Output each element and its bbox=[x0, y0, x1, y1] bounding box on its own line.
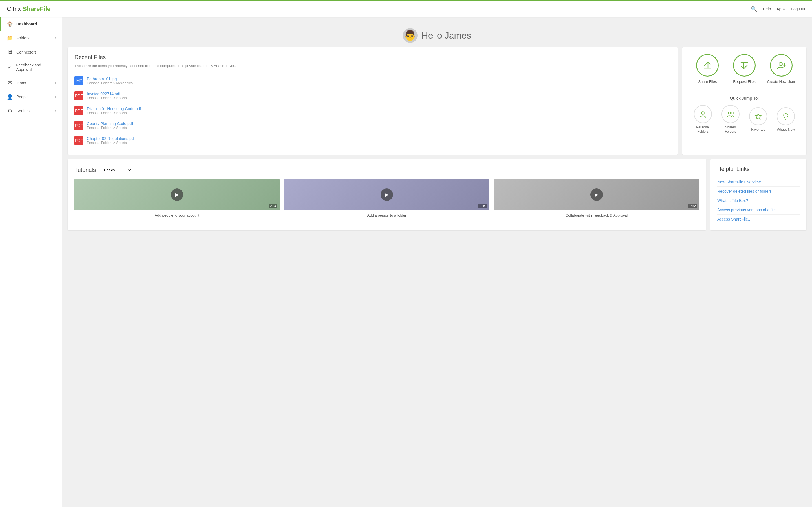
tutorial-thumbnail-2: ▶ 2:15 bbox=[284, 179, 490, 210]
file-path-1: Personal Folders > Mechanical bbox=[87, 81, 133, 85]
file-name-1: Bathroom_01.jpg bbox=[87, 76, 133, 81]
tutorial-label-1: Add people to your account bbox=[155, 213, 199, 218]
jump-favorites-label: Favorites bbox=[751, 128, 765, 132]
play-icon-1: ▶ bbox=[171, 188, 183, 201]
tutorial-item-2[interactable]: ▶ 2:15 Add a person to a folder bbox=[284, 179, 490, 218]
sidebar-item-folders[interactable]: 📁 Folders › bbox=[0, 31, 62, 45]
layout: 🏠 Dashboard 📁 Folders › 🖥 Connectors ✓ F… bbox=[0, 17, 812, 507]
sidebar-label-people: People bbox=[16, 95, 29, 99]
settings-icon: ⚙ bbox=[7, 108, 13, 114]
file-name-3: Division 01 Houseing Code.pdf bbox=[87, 107, 141, 111]
file-item-2[interactable]: PDF Invoice 022714.pdf Personal Folders … bbox=[74, 89, 671, 103]
file-item-1[interactable]: IMG Bathroom_01.jpg Personal Folders > M… bbox=[74, 73, 671, 89]
sidebar-item-people[interactable]: 👤 People › bbox=[0, 90, 62, 104]
helpful-link-2[interactable]: Recover deleted files or folders bbox=[717, 187, 800, 196]
jump-whats-new[interactable]: What's New bbox=[774, 107, 797, 132]
file-item-4[interactable]: PDF County Planning Code.pdf Personal Fo… bbox=[74, 118, 671, 133]
sidebar-label-connectors: Connectors bbox=[16, 50, 37, 54]
sidebar-item-feedback[interactable]: ✓ Feedback and Approval bbox=[0, 59, 62, 76]
sidebar-item-settings[interactable]: ⚙ Settings › bbox=[0, 104, 62, 118]
chevron-right-icon: › bbox=[55, 36, 56, 40]
quick-jump-row: Personal Folders Shared Folders bbox=[689, 105, 800, 134]
help-link[interactable]: Help bbox=[763, 7, 771, 11]
request-files-action[interactable]: Request Files bbox=[730, 54, 758, 84]
sidebar-item-connectors[interactable]: 🖥 Connectors bbox=[0, 45, 62, 59]
jump-shared-folders[interactable]: Shared Folders bbox=[719, 105, 742, 134]
helpful-link-3[interactable]: What is File Box? bbox=[717, 196, 800, 205]
play-icon-3: ▶ bbox=[591, 188, 603, 201]
sidebar: 🏠 Dashboard 📁 Folders › 🖥 Connectors ✓ F… bbox=[0, 17, 62, 507]
request-files-label: Request Files bbox=[733, 79, 755, 84]
jump-favorites[interactable]: Favorites bbox=[747, 107, 769, 132]
helpful-links-title: Helpful Links bbox=[717, 166, 800, 172]
play-icon-2: ▶ bbox=[380, 188, 393, 201]
hello-greeting: Hello James bbox=[421, 31, 471, 41]
file-item-3[interactable]: PDF Division 01 Houseing Code.pdf Person… bbox=[74, 103, 671, 118]
logo: Citrix ShareFile bbox=[7, 5, 50, 13]
helpful-link-1[interactable]: New ShareFile Overview bbox=[717, 177, 800, 187]
action-icons-row: Share Files Request Files bbox=[689, 54, 800, 90]
create-new-user-label: Create New User bbox=[767, 79, 795, 84]
file-path-4: Personal Folders > Sheets bbox=[87, 126, 133, 130]
tutorials-card: Tutorials Basics Intermediate Advanced ▶… bbox=[68, 159, 706, 230]
quick-actions-card: Share Files Request Files bbox=[682, 47, 806, 155]
sidebar-item-dashboard[interactable]: 🏠 Dashboard bbox=[0, 17, 62, 31]
tutorial-thumbnail-3: ▶ 1:32 bbox=[494, 179, 699, 210]
tutorial-duration-1: 2:24 bbox=[269, 204, 277, 209]
jump-personal-label: Personal Folders bbox=[692, 125, 714, 134]
file-name-4: County Planning Code.pdf bbox=[87, 121, 133, 126]
bottom-row: Tutorials Basics Intermediate Advanced ▶… bbox=[68, 159, 806, 230]
create-user-icon bbox=[770, 54, 793, 76]
create-new-user-action[interactable]: Create New User bbox=[767, 54, 795, 84]
home-icon: 🏠 bbox=[7, 21, 13, 27]
recent-files-description: These are the items you recently accesse… bbox=[74, 63, 671, 68]
content-row: Recent Files These are the items you rec… bbox=[68, 47, 806, 155]
helpful-link-5[interactable]: Access ShareFile... bbox=[717, 215, 800, 224]
chevron-right-icon-people: › bbox=[55, 95, 56, 99]
search-button[interactable]: 🔍 bbox=[751, 6, 757, 12]
share-files-label: Share Files bbox=[698, 79, 717, 84]
whats-new-icon bbox=[777, 107, 795, 125]
jump-shared-label: Shared Folders bbox=[719, 125, 742, 134]
personal-folders-icon bbox=[694, 105, 712, 123]
svg-marker-6 bbox=[755, 114, 761, 119]
quick-jump-title: Quick Jump To: bbox=[689, 96, 800, 101]
file-path-3: Personal Folders > Sheets bbox=[87, 111, 141, 115]
people-icon: 👤 bbox=[7, 94, 13, 100]
avatar: 👨 bbox=[403, 28, 417, 43]
tutorial-item-3[interactable]: ▶ 1:32 Collaborate with Feedback & Appro… bbox=[494, 179, 699, 218]
sidebar-label-feedback: Feedback and Approval bbox=[16, 63, 56, 72]
svg-point-0 bbox=[779, 62, 782, 66]
tutorial-duration-3: 1:32 bbox=[688, 204, 697, 209]
share-files-icon bbox=[696, 54, 719, 76]
topbar: Citrix ShareFile 🔍 Help Apps Log Out bbox=[0, 0, 812, 17]
share-files-action[interactable]: Share Files bbox=[693, 54, 721, 84]
sidebar-label-dashboard: Dashboard bbox=[16, 22, 37, 26]
sidebar-label-inbox: Inbox bbox=[16, 80, 26, 85]
tutorial-duration-2: 2:15 bbox=[478, 204, 487, 209]
sidebar-label-folders: Folders bbox=[16, 36, 30, 40]
folder-icon: 📁 bbox=[7, 35, 13, 41]
file-item-5[interactable]: PDF Chapter 02 Regulations.pdf Personal … bbox=[74, 133, 671, 148]
jump-personal-folders[interactable]: Personal Folders bbox=[692, 105, 714, 134]
tutorials-title: Tutorials bbox=[74, 167, 96, 173]
tutorial-label-3: Collaborate with Feedback & Approval bbox=[566, 213, 627, 218]
sidebar-item-inbox[interactable]: ✉ Inbox › bbox=[0, 76, 62, 90]
sidebar-label-settings: Settings bbox=[16, 109, 31, 113]
jump-whats-new-label: What's New bbox=[777, 128, 795, 132]
helpful-links-card: Helpful Links New ShareFile Overview Rec… bbox=[711, 159, 806, 230]
file-icon-pdf-1: PDF bbox=[74, 91, 84, 100]
file-icon-pdf-2: PDF bbox=[74, 106, 84, 115]
logout-link[interactable]: Log Out bbox=[791, 7, 805, 11]
tutorials-grid: ▶ 2:24 Add people to your account ▶ 2:15… bbox=[74, 179, 699, 218]
main-content: 👨 Hello James Recent Files These are the… bbox=[62, 17, 812, 507]
avatar-image: 👨 bbox=[404, 30, 416, 41]
tutorial-item-1[interactable]: ▶ 2:24 Add people to your account bbox=[74, 179, 280, 218]
logo-sharefile: ShareFile bbox=[22, 5, 50, 12]
tutorials-select[interactable]: Basics Intermediate Advanced bbox=[100, 166, 132, 174]
helpful-link-4[interactable]: Access previous versions of a file bbox=[717, 205, 800, 215]
connectors-icon: 🖥 bbox=[7, 49, 13, 55]
file-icon-img: IMG bbox=[74, 76, 84, 86]
apps-link[interactable]: Apps bbox=[776, 7, 785, 11]
recent-files-title: Recent Files bbox=[74, 54, 671, 61]
